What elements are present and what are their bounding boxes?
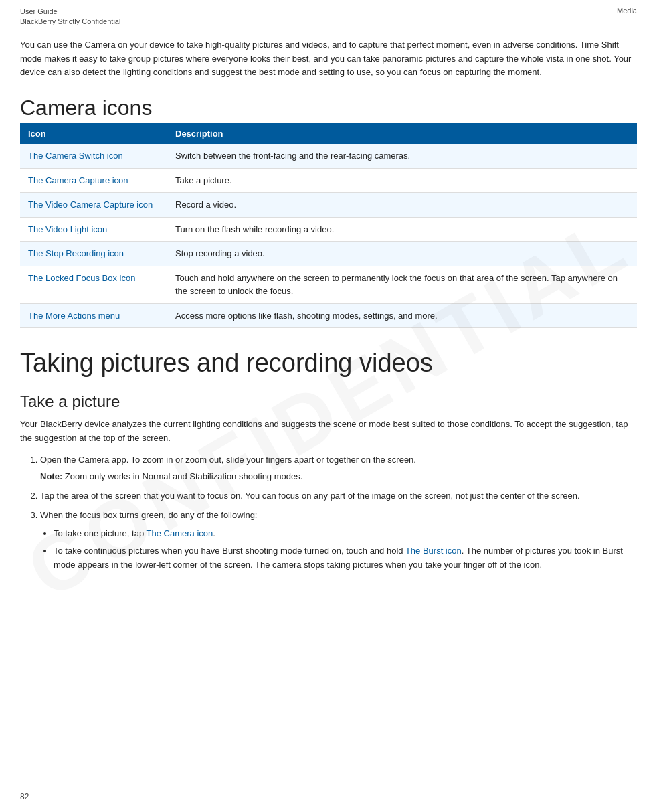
- table-row: The Video Light iconTurn on the flash wh…: [20, 217, 637, 242]
- step-text: Tap the area of the screen that you want…: [40, 491, 580, 501]
- header-left: User Guide BlackBerry Strictly Confident…: [20, 7, 120, 27]
- icon-cell: The Video Light icon: [20, 217, 167, 242]
- bullet-link[interactable]: The Camera icon: [147, 528, 213, 538]
- step-text: When the focus box turns green, do any o…: [40, 510, 257, 520]
- icon-cell: The Camera Switch icon: [20, 144, 167, 168]
- step-item: Tap the area of the screen that you want…: [40, 489, 637, 503]
- note-text: Zoom only works in Normal and Stabilizat…: [65, 471, 303, 481]
- step-text: Open the Camera app. To zoom in or zoom …: [40, 455, 416, 465]
- steps-list: Open the Camera app. To zoom in or zoom …: [40, 453, 637, 572]
- table-row: The Stop Recording iconStop recording a …: [20, 242, 637, 266]
- table-row: The More Actions menuAccess more options…: [20, 303, 637, 328]
- bullet-item: To take one picture, tap The Camera icon…: [54, 527, 637, 541]
- page-number: 82: [20, 792, 29, 801]
- description-cell: Turn on the flash while recording a vide…: [167, 217, 637, 242]
- bullet-item: To take continuous pictures when you hav…: [54, 544, 637, 572]
- table-header-description: Description: [167, 123, 637, 144]
- table-row: The Locked Focus Box iconTouch and hold …: [20, 266, 637, 303]
- bullet-text-before: To take one picture, tap: [54, 528, 147, 538]
- take-picture-intro: Your BlackBerry device analyzes the curr…: [20, 418, 637, 446]
- page-header: User Guide BlackBerry Strictly Confident…: [20, 7, 637, 31]
- table-header-icon: Icon: [20, 123, 167, 144]
- taking-pictures-heading: Taking pictures and recording videos: [20, 348, 637, 379]
- description-cell: Take a picture.: [167, 168, 637, 193]
- description-cell: Touch and hold anywhere on the screen to…: [167, 266, 637, 303]
- bullet-link[interactable]: The Burst icon: [405, 546, 462, 556]
- description-cell: Stop recording a video.: [167, 242, 637, 266]
- description-cell: Access more options like flash, shooting…: [167, 303, 637, 328]
- take-picture-subheading: Take a picture: [20, 392, 637, 411]
- table-row: The Camera Capture iconTake a picture.: [20, 168, 637, 193]
- icon-cell: The Locked Focus Box icon: [20, 266, 167, 303]
- description-cell: Record a video.: [167, 193, 637, 218]
- icon-cell: The Camera Capture icon: [20, 168, 167, 193]
- intro-paragraph: You can use the Camera on your device to…: [20, 38, 637, 80]
- note-label: Note:: [40, 471, 65, 481]
- step-item: Open the Camera app. To zoom in or zoom …: [40, 453, 637, 484]
- icon-cell: The More Actions menu: [20, 303, 167, 328]
- camera-icons-heading: Camera icons: [20, 96, 637, 120]
- description-cell: Switch between the front-facing and the …: [167, 144, 637, 168]
- bullet-text-before: To take continuous pictures when you hav…: [54, 546, 405, 556]
- icon-cell: The Video Camera Capture icon: [20, 193, 167, 218]
- icon-cell: The Stop Recording icon: [20, 242, 167, 266]
- step-item: When the focus box turns green, do any o…: [40, 509, 637, 572]
- header-right: Media: [617, 7, 637, 27]
- bullet-list: To take one picture, tap The Camera icon…: [54, 527, 637, 572]
- bullet-text-after: .: [213, 528, 215, 538]
- step-note: Note: Zoom only works in Normal and Stab…: [40, 470, 637, 484]
- table-row: The Video Camera Capture iconRecord a vi…: [20, 193, 637, 218]
- camera-icons-table: Icon Description The Camera Switch iconS…: [20, 123, 637, 328]
- table-row: The Camera Switch iconSwitch between the…: [20, 144, 637, 168]
